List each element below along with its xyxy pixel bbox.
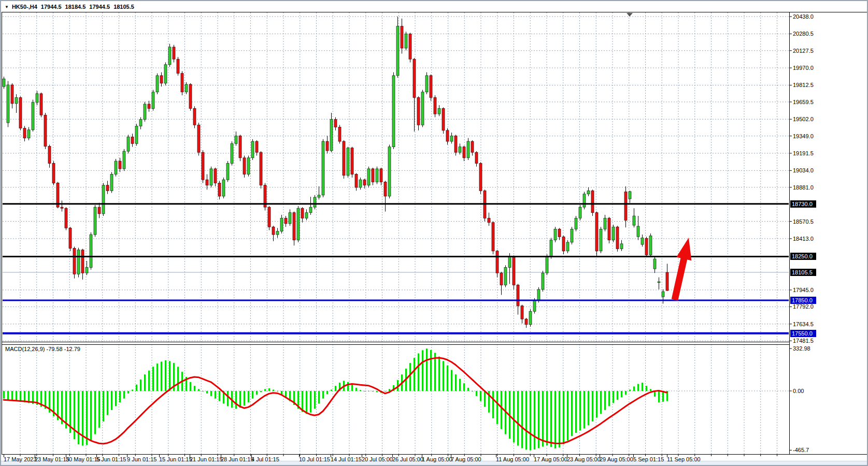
macd-tick-label: -465.7 xyxy=(793,446,809,454)
candles-group xyxy=(3,17,668,328)
price-tick-label: 20280.5 xyxy=(793,30,814,37)
chart-window: ▼ HK50-,H4 17944.5 18184.5 17944.5 18105… xyxy=(0,0,868,466)
ohlc-close: 18105.5 xyxy=(113,4,134,10)
ohlc-low: 17944.5 xyxy=(89,4,110,10)
chart-shift-marker-icon xyxy=(627,13,633,17)
level-lines[interactable] xyxy=(3,204,789,333)
time-axis-label: 17 May 2023 xyxy=(4,456,37,463)
time-axis-label: 11 Aug 05:00 xyxy=(496,456,529,463)
price-tick-label: 18413.0 xyxy=(793,235,814,242)
trend-arrow[interactable] xyxy=(672,238,692,300)
price-tick-label: 17792.0 xyxy=(793,303,814,310)
time-axis-label: 17 Aug 05:00 xyxy=(534,456,567,463)
time-axis-label: 21 Jun 01:15 xyxy=(190,456,223,463)
macd-indicator-label: MACD(12,26,9) -79.58 -12.79 xyxy=(5,346,80,352)
symbol-label[interactable]: HK50-,H4 xyxy=(12,4,37,10)
price-tick-label: 17481.5 xyxy=(793,337,814,344)
price-level-badge[interactable]: 18250.0 xyxy=(790,253,816,260)
time-axis-label: 7 Aug 05:00 xyxy=(451,456,481,463)
chevron-down-icon[interactable]: ▼ xyxy=(5,5,9,9)
time-axis-label: 26 Jul 05:00 xyxy=(392,456,423,463)
price-tick-label: 19970.0 xyxy=(793,64,814,71)
chart-canvas[interactable] xyxy=(1,1,868,466)
time-axis-label: 23 Aug 05:00 xyxy=(567,456,601,463)
price-tick-label: 19034.0 xyxy=(793,167,814,174)
price-tick-label: 20127.5 xyxy=(793,47,814,54)
time-axis-label: 9 Jun 01:15 xyxy=(127,456,157,463)
time-axis-label: 20 Jul 05:00 xyxy=(362,456,393,463)
time-axis-label: 5 Sep 01:15 xyxy=(633,456,664,463)
price-tick-label: 18570.5 xyxy=(793,218,814,225)
time-axis-label: 23 May 01:15 xyxy=(35,456,69,463)
time-axis-label: 4 Jul 01:15 xyxy=(251,456,279,463)
time-axis-label: 14 Jul 01:15 xyxy=(331,456,362,463)
time-axis-label: 11 Sep 05:00 xyxy=(667,456,701,463)
price-tick-label: 17945.0 xyxy=(793,286,814,294)
price-level-badge[interactable]: 18105.5 xyxy=(790,269,816,276)
ohlc-open: 17944.5 xyxy=(41,4,62,10)
ohlc-high: 18184.5 xyxy=(65,4,86,10)
price-level-badge[interactable]: 17850.0 xyxy=(790,297,816,304)
price-tick-label: 19349.0 xyxy=(793,133,814,140)
time-axis-label: 29 Aug 05:00 xyxy=(600,456,633,463)
price-level-badge[interactable]: 17550.0 xyxy=(790,330,816,337)
price-tick-label: 20438.0 xyxy=(793,13,814,20)
macd-tick-label: 0.00 xyxy=(793,387,804,395)
price-tick-label: 18881.0 xyxy=(793,184,814,191)
price-tick-label: 19812.5 xyxy=(793,81,814,89)
macd-tick-label: 332.98 xyxy=(793,345,810,352)
time-axis-label: 28 Jun 01:15 xyxy=(221,456,254,463)
macd-histogram xyxy=(3,348,668,450)
price-level-badge[interactable]: 18730.0 xyxy=(790,200,816,208)
time-axis-label: 5 Jun 01:15 xyxy=(96,456,126,463)
time-axis-label: 10 Jul 01:15 xyxy=(299,456,330,463)
price-tick-label: 17634.5 xyxy=(793,321,814,328)
price-tick-label: 19502.0 xyxy=(793,115,814,123)
time-axis-label: 30 May 01:15 xyxy=(66,456,101,463)
price-tick-label: 19191.5 xyxy=(793,150,814,157)
price-tick-label: 19659.5 xyxy=(793,98,814,106)
time-axis-label: 15 Jun 01:15 xyxy=(159,456,192,463)
symbol-info-bar: ▼ HK50-,H4 17944.5 18184.5 17944.5 18105… xyxy=(3,2,138,11)
time-axis-label: 1 Aug 05:00 xyxy=(422,456,452,463)
